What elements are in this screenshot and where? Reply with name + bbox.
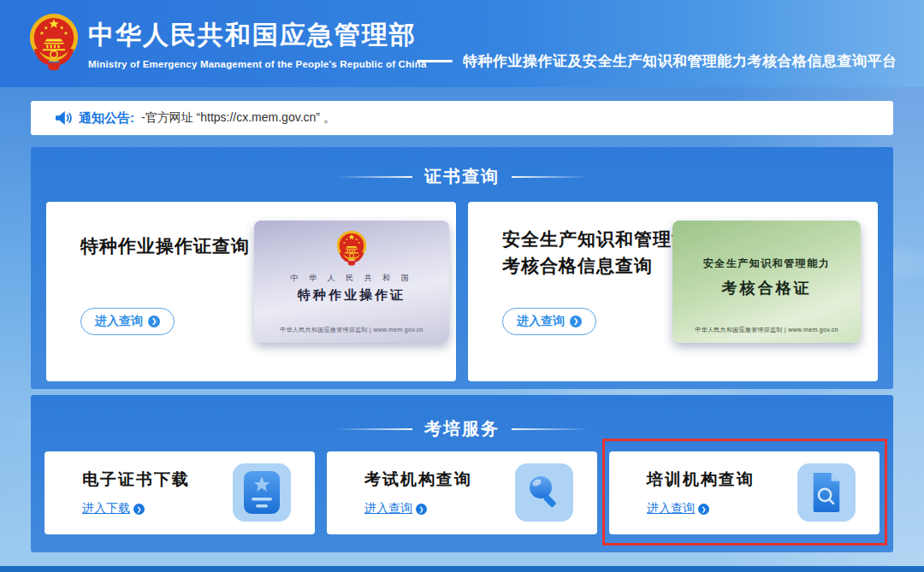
notice-label: 通知公告: [79, 110, 134, 127]
national-emblem-icon [335, 229, 368, 266]
document-search-icon [797, 463, 856, 522]
notice-text: -官方网址 “https://cx.mem.gov.cn” 。 [141, 110, 335, 126]
link-label: 进入查询 [647, 501, 695, 516]
national-emblem-icon [27, 11, 80, 71]
brand: 中华人民共和国应急管理部 Ministry of Emergency Manag… [88, 18, 427, 69]
link-label: 进入查询 [364, 501, 412, 516]
link-label: 进入下载 [82, 501, 130, 516]
arrow-icon: ❯ [570, 315, 582, 327]
enter-query-button-special-operation[interactable]: 进入查询 ❯ [80, 308, 175, 335]
button-label: 进入查询 [95, 314, 143, 329]
enter-download-link[interactable]: 进入下载 ❯ [82, 501, 145, 516]
section-title: 证书查询 [424, 165, 500, 188]
certificate-image-special-operation: 中 华 人 民 共 和 国 特种作业操作证 中华人民共和国应急管理部监制 | w… [254, 221, 449, 343]
service-cards-row: 电子证书下载 进入下载 ❯ 考试机构查询 进入查询 ❯ [44, 451, 880, 534]
service-title: 电子证书下载 [82, 469, 190, 491]
service-title: 培训机构查询 [647, 469, 755, 491]
certificate-issuer-text: 中华人民共和国应急管理部监制 | www.mem.gov.cn [254, 326, 449, 334]
service-title: 考试机构查询 [364, 469, 472, 491]
certificate-issuer-text: 中华人民共和国应急管理部监制 | www.mem.gov.cn [672, 326, 861, 334]
platform-title: 特种作业操作证及安全生产知识和管理能力考核合格信息查询平台 [463, 51, 897, 71]
divider-line [417, 60, 453, 62]
arrow-icon: ❯ [133, 504, 145, 515]
card-e-certificate-download[interactable]: 电子证书下载 进入下载 ❯ [44, 451, 315, 534]
header: 中华人民共和国应急管理部 Ministry of Emergency Manag… [0, 0, 924, 87]
arrow-icon: ❯ [148, 315, 160, 327]
ministry-subtitle: Ministry of Emergency Management of the … [88, 59, 427, 69]
certificate-download-icon [233, 463, 291, 522]
footer-strip [0, 566, 924, 572]
card-title: 特种作业操作证查询 [80, 234, 250, 258]
card-exam-institution-query[interactable]: 考试机构查询 进入查询 ❯ [327, 451, 597, 534]
section-exam-training-services: 考培服务 电子证书下载 进入下载 ❯ 考试机构查询 进入查询 [31, 395, 893, 552]
certificate-country-text: 中 华 人 民 共 和 国 [254, 273, 449, 284]
ministry-title: 中华人民共和国应急管理部 [88, 18, 427, 53]
section-title-row: 考培服务 [31, 395, 893, 440]
enter-query-link-training[interactable]: 进入查询 ❯ [647, 501, 709, 516]
certificate-name: 特种作业操作证 [254, 287, 449, 304]
card-special-operation-cert-query: 特种作业操作证查询 进入查询 ❯ 中 华 人 民 共 和 国 特种作业操作证 中… [46, 202, 456, 381]
title-line-right [512, 176, 589, 178]
section-title: 考培服务 [424, 417, 500, 440]
magnifier-icon [515, 463, 573, 522]
button-label: 进入查询 [517, 314, 565, 329]
certificate-name-line2: 考核合格证 [672, 278, 861, 298]
section-title-row: 证书查询 [31, 147, 893, 188]
section-certificate-query: 证书查询 特种作业操作证查询 进入查询 ❯ 中 华 人 民 共 和 国 特种作业… [31, 147, 893, 389]
card-training-institution-query[interactable]: 培训机构查询 进入查询 ❯ [609, 451, 880, 534]
enter-query-button-safety-knowledge[interactable]: 进入查询 ❯ [502, 308, 596, 335]
title-line-left [335, 176, 412, 178]
speaker-icon [55, 110, 72, 126]
title-line-right [512, 428, 589, 430]
arrow-icon: ❯ [698, 504, 709, 515]
enter-query-link-exam[interactable]: 进入查询 ❯ [364, 501, 427, 516]
certificate-cards-row: 特种作业操作证查询 进入查询 ❯ 中 华 人 民 共 和 国 特种作业操作证 中… [46, 202, 878, 381]
title-line-left [335, 428, 412, 430]
card-safety-knowledge-query: 安全生产知识和管理能力 考核合格信息查询 进入查询 ❯ 安全生产知识和管理能力 … [468, 202, 878, 381]
certificate-image-safety-knowledge: 安全生产知识和管理能力 考核合格证 中华人民共和国应急管理部监制 | www.m… [672, 221, 861, 343]
notice-bar: 通知公告: -官方网址 “https://cx.mem.gov.cn” 。 [31, 101, 893, 135]
certificate-name-line1: 安全生产知识和管理能力 [672, 221, 861, 271]
arrow-icon: ❯ [416, 504, 427, 515]
